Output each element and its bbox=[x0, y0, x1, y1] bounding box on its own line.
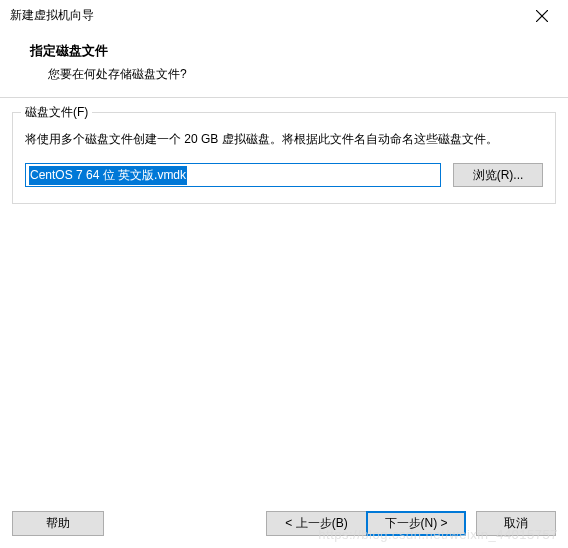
page-subtitle: 您要在何处存储磁盘文件? bbox=[30, 66, 568, 83]
wizard-header: 指定磁盘文件 您要在何处存储磁盘文件? bbox=[0, 32, 568, 98]
back-button[interactable]: < 上一步(B) bbox=[266, 511, 366, 536]
close-icon bbox=[536, 10, 548, 22]
next-button[interactable]: 下一步(N) > bbox=[366, 511, 466, 536]
disk-file-fieldset: 磁盘文件(F) 将使用多个磁盘文件创建一个 20 GB 虚拟磁盘。将根据此文件名… bbox=[12, 112, 556, 204]
fieldset-legend: 磁盘文件(F) bbox=[21, 104, 92, 121]
window-title: 新建虚拟机向导 bbox=[10, 7, 94, 24]
disk-file-input-value: CentOS 7 64 位 英文版.vmdk bbox=[29, 166, 187, 185]
disk-file-input[interactable]: CentOS 7 64 位 英文版.vmdk bbox=[25, 163, 441, 187]
page-title: 指定磁盘文件 bbox=[30, 42, 568, 60]
cancel-button[interactable]: 取消 bbox=[476, 511, 556, 536]
wizard-footer: 帮助 < 上一步(B) 下一步(N) > 取消 bbox=[0, 511, 568, 536]
file-row: CentOS 7 64 位 英文版.vmdk 浏览(R)... bbox=[25, 163, 543, 187]
titlebar: 新建虚拟机向导 bbox=[0, 0, 568, 32]
nav-button-group: < 上一步(B) 下一步(N) > bbox=[266, 511, 466, 536]
fieldset-description: 将使用多个磁盘文件创建一个 20 GB 虚拟磁盘。将根据此文件名自动命名这些磁盘… bbox=[25, 129, 543, 149]
close-button[interactable] bbox=[530, 4, 554, 28]
help-button[interactable]: 帮助 bbox=[12, 511, 104, 536]
browse-button[interactable]: 浏览(R)... bbox=[453, 163, 543, 187]
content-area: 磁盘文件(F) 将使用多个磁盘文件创建一个 20 GB 虚拟磁盘。将根据此文件名… bbox=[0, 98, 568, 218]
